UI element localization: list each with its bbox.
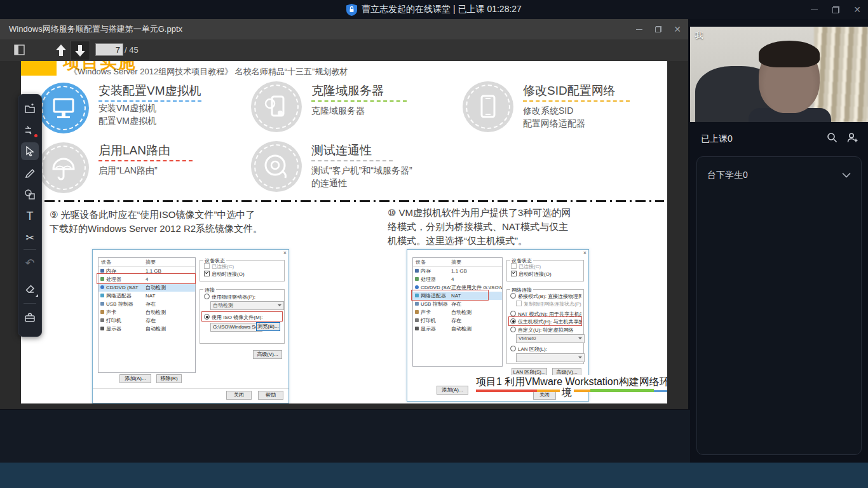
connection-group: 连接 使用物理驱动器(P): 自动检测 使用 ISO 镜像文件(M): G:\I… bbox=[200, 289, 285, 344]
item-underline bbox=[98, 100, 201, 102]
close-button[interactable]: 关闭 bbox=[533, 391, 556, 400]
lan-segment-select bbox=[516, 353, 585, 362]
session-status-label: 已上课0 bbox=[701, 133, 733, 145]
person-hair bbox=[759, 41, 820, 67]
item-underline bbox=[523, 100, 630, 102]
device-row: 显示器自动检测 bbox=[413, 325, 502, 333]
next-page-button[interactable] bbox=[70, 41, 90, 60]
cursor-tool-icon[interactable] bbox=[21, 142, 39, 160]
device-row: 内存1.1 GB bbox=[413, 267, 502, 275]
item-line: 安装VM虚拟机 bbox=[98, 103, 156, 114]
close-button[interactable]: 关闭 bbox=[226, 391, 252, 400]
hostonly-radio[interactable]: 仅主机模式(H): 与主机共享的专用网络 bbox=[510, 318, 581, 325]
scissors-icon[interactable]: ✂ bbox=[21, 229, 39, 247]
network-connection-group: 网络连接 桥接模式(B): 直接连接物理网络 复制物理网络连接状态(P) NAT… bbox=[506, 289, 584, 364]
slide-canvas[interactable]: 项目实施 《Windows Server 2012组网技术项目教程》 名校名师精… bbox=[21, 61, 667, 403]
item-line: 配置VM虚拟机 bbox=[98, 116, 156, 127]
advanced-button[interactable]: 高级(V)... bbox=[253, 350, 282, 359]
device-row: 声卡自动检测 bbox=[413, 308, 502, 316]
toolbar-divider bbox=[24, 249, 36, 250]
remove-device-button[interactable]: 移除(R) bbox=[156, 374, 182, 383]
ppt-close-button[interactable]: ✕ bbox=[667, 19, 688, 39]
connect-on-power-checkbox[interactable]: 启动时连接(O) bbox=[204, 271, 245, 278]
app-minimize-button[interactable] bbox=[803, 0, 825, 19]
item-title: 测试连通性 bbox=[311, 142, 372, 159]
page-total-label: / 45 bbox=[125, 45, 139, 55]
eraser-icon[interactable] bbox=[21, 280, 39, 298]
classroom-title: 曹立志发起的在线课堂 | 已上课 01:28:27 bbox=[362, 4, 522, 15]
page-number-input[interactable] bbox=[95, 43, 123, 56]
iso-path-select[interactable]: G:\ISO\Windows Server 20 bbox=[210, 323, 262, 332]
ppt-restore-button[interactable] bbox=[648, 19, 669, 39]
class-control-bar: 举手列表 点名 答题卡 录制 全员静音 共享窗口 互动消息 设置 下课 bbox=[0, 410, 690, 463]
teacher-webcam-video[interactable]: 我 bbox=[690, 27, 868, 122]
previous-page-button[interactable] bbox=[55, 43, 67, 57]
item-line: 测试“客户机”和“域服务器” bbox=[311, 165, 412, 177]
slide-subtitle: 《Windows Server 2012组网技术项目教程》 名校名师精品“十三五… bbox=[69, 66, 348, 78]
device-row: 打印机存在 bbox=[413, 316, 502, 325]
app-restore-button[interactable] bbox=[825, 0, 846, 19]
add-device-button[interactable]: 添加(A)... bbox=[119, 374, 151, 383]
item-underline bbox=[311, 100, 407, 102]
umbrella-icon bbox=[38, 142, 89, 193]
shapes-tool-icon[interactable] bbox=[21, 186, 39, 203]
device-row: 网络适配器NAT bbox=[98, 292, 195, 300]
device-list[interactable]: 设备摘要 内存1.1 GB 处理器4 CD/DVD (SAT自动检测 网络适配器… bbox=[98, 257, 196, 373]
device-row: USB 控制器存在 bbox=[413, 300, 502, 308]
help-button[interactable]: 帮助 bbox=[258, 391, 283, 400]
connect-on-power-checkbox[interactable]: 启动时连接(O) bbox=[511, 271, 552, 278]
device-list[interactable]: 设备摘要 内存1.1 GB 处理器4 CD/DVD (SAT正在使用文件 G:\… bbox=[412, 257, 503, 367]
physical-drive-radio[interactable]: 使用物理驱动器(P): bbox=[204, 294, 255, 301]
footer-stripe-green bbox=[590, 389, 654, 392]
physical-drive-select: 自动检测 bbox=[210, 301, 284, 310]
device-row: 声卡自动检测 bbox=[98, 308, 195, 316]
bridged-radio[interactable]: 桥接模式(B): 直接连接物理网络 bbox=[510, 293, 581, 300]
pen-tool-icon[interactable] bbox=[21, 164, 39, 182]
search-student-icon[interactable] bbox=[827, 132, 837, 143]
item-line: 克隆域服务器 bbox=[311, 105, 365, 117]
dialog-close-icon[interactable]: × bbox=[283, 250, 287, 256]
chevron-down-icon[interactable] bbox=[842, 172, 851, 178]
laser-pointer-icon[interactable] bbox=[21, 121, 39, 139]
lan-segment-radio[interactable]: LAN 区段(L): bbox=[510, 346, 547, 353]
nat-radio[interactable]: NAT 模式(N): 用于共享主机的 IP 地址 bbox=[510, 311, 581, 318]
text-tool-icon[interactable]: T bbox=[21, 207, 39, 225]
windows-taskbar: W ! 1°C 中 S 9:40 2022/3/30 bbox=[0, 463, 868, 488]
item-underline bbox=[311, 160, 393, 161]
item-title: 克隆域服务器 bbox=[311, 83, 384, 99]
iso-file-radio[interactable]: 使用 ISO 镜像文件(M): bbox=[204, 314, 262, 321]
annotation-toolbar: T ✂ ↶ bbox=[18, 94, 42, 337]
device-row: CD/DVD (SAT正在使用文件 G:\ISO\Windows Ser... bbox=[413, 283, 502, 292]
device-row: 打印机存在 bbox=[98, 316, 195, 325]
ppt-title-bar[interactable]: Windows网络服务顺配置与搭建第一单元G.pptx ✕ bbox=[0, 19, 688, 39]
sidebar-toggle-icon[interactable] bbox=[14, 44, 25, 55]
undo-icon[interactable]: ↶ bbox=[21, 254, 39, 272]
device-row: 显示器自动检测 bbox=[98, 325, 195, 333]
open-file-icon[interactable] bbox=[21, 100, 39, 118]
note-9: ⑨ 光驱设备此时应在“使用ISO镜像文件”中选中了 下载好的Windows Se… bbox=[50, 208, 262, 236]
dialog-close-icon[interactable]: × bbox=[583, 250, 587, 256]
students-panel: 台下学生0 bbox=[696, 156, 862, 455]
device-row: 内存1.1 GB bbox=[98, 267, 195, 275]
disc-icon bbox=[251, 141, 302, 192]
custom-radio[interactable]: 自定义(U): 特定虚拟网络 bbox=[510, 327, 574, 334]
browse-button[interactable]: 浏览(B)... bbox=[256, 322, 280, 331]
ppt-minimize-button[interactable] bbox=[628, 19, 650, 39]
device-row: 处理器4 bbox=[413, 275, 502, 283]
item-line: 修改系统SID bbox=[523, 105, 573, 117]
app-close-button[interactable]: ✕ bbox=[846, 0, 868, 19]
classroom-sidebar: 我 已上课0 台下学生0 bbox=[690, 19, 868, 463]
item-title: 修改SID配置网络 bbox=[523, 83, 616, 99]
item-line: 启用“LAN路由” bbox=[98, 165, 158, 177]
device-row: 处理器4 bbox=[98, 275, 195, 283]
add-device-button[interactable]: 添加(A)... bbox=[437, 386, 468, 395]
add-person-icon[interactable] bbox=[847, 132, 858, 143]
item-underline bbox=[98, 160, 193, 161]
ppt-toolbar: / 45 bbox=[0, 39, 688, 61]
device-row-selected: CD/DVD (SAT自动检测 bbox=[98, 283, 195, 292]
offstage-students-label: 台下学生0 bbox=[707, 170, 748, 181]
toolbox-icon[interactable] bbox=[21, 309, 39, 327]
footer-stripe-red bbox=[476, 390, 537, 392]
item-title: 启用LAN路由 bbox=[98, 142, 170, 159]
tablet-icon bbox=[463, 81, 513, 132]
